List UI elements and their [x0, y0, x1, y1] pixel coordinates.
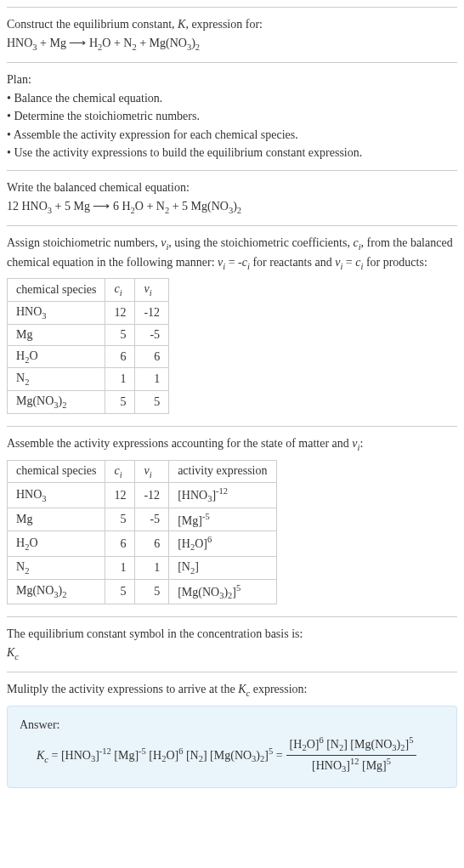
table-row: Mg(NO3)255 [8, 391, 169, 414]
answer-denominator: [HNO3]12 [Mg]5 [286, 756, 417, 776]
c-cell: 5 [105, 324, 135, 345]
c-cell: 1 [105, 556, 135, 579]
symbol-section: The equilibrium constant symbol in the c… [7, 616, 457, 672]
table-row: HNO312-12[HNO3]-12 [8, 483, 277, 508]
intro-prompt-text: Construct the equilibrium constant, K, e… [7, 18, 263, 31]
v-cell: 5 [135, 579, 169, 604]
expr-cell: [Mg]-5 [169, 508, 276, 531]
intro-prompt: Construct the equilibrium constant, K, e… [7, 16, 457, 33]
c-cell: 5 [105, 391, 135, 414]
symbol-line2: Kc [7, 644, 457, 663]
plan-bullet: • Determine the stoichiometric numbers. [7, 108, 457, 125]
balanced-heading: Write the balanced chemical equation: [7, 179, 457, 196]
v-cell: -5 [135, 508, 169, 531]
table-row: Mg5-5 [8, 324, 169, 345]
v-cell: 5 [135, 391, 169, 414]
intro-section: Construct the equilibrium constant, K, e… [7, 7, 457, 62]
table-header: activity expression [169, 460, 276, 483]
plan-bullet: • Balance the chemical equation. [7, 90, 457, 107]
table-header: ci [105, 460, 135, 483]
plan-section: Plan: • Balance the chemical equation. •… [7, 62, 457, 170]
table-header: νi [135, 460, 169, 483]
species-cell: HNO3 [8, 301, 105, 324]
species-cell: Mg(NO3)2 [8, 391, 105, 414]
symbol-line1: The equilibrium constant symbol in the c… [7, 626, 457, 643]
v-cell: 6 [135, 345, 169, 368]
table-header-row: chemical species ci νi [8, 279, 169, 302]
v-cell: -12 [135, 301, 169, 324]
c-cell: 12 [105, 483, 135, 508]
activity-heading: Assemble the activity expressions accoun… [7, 435, 457, 454]
text-fragment: for products: [363, 256, 427, 269]
c-cell: 6 [105, 531, 135, 556]
table-header: ci [105, 279, 135, 302]
v-cell: 6 [135, 531, 169, 556]
answer-label: Answer: [20, 717, 444, 734]
multiply-section: Mulitply the activity expressions to arr… [7, 672, 457, 794]
table-row: Mg5-5[Mg]-5 [8, 508, 277, 531]
species-cell: Mg [8, 324, 105, 345]
table-row: N211 [8, 368, 169, 391]
c-cell: 5 [105, 579, 135, 604]
c-cell: 5 [105, 508, 135, 531]
table-row: HNO312-12 [8, 301, 169, 324]
v-cell: -12 [135, 483, 169, 508]
stoich-table: chemical species ci νi HNO312-12 Mg5-5 H… [7, 278, 169, 414]
answer-box: Answer: Kc = [HNO3]-12 [Mg]-5 [H2O]6 [N2… [7, 706, 457, 788]
answer-fraction: [H2O]6 [N2] [Mg(NO3)2]5 [HNO3]12 [Mg]5 [286, 735, 417, 776]
v-cell: 1 [135, 368, 169, 391]
balanced-equation: 12 HNO3 + 5 Mg ⟶ 6 H2O + N2 + 5 Mg(NO3)2 [7, 198, 457, 217]
stoich-section: Assign stoichiometric numbers, νi, using… [7, 225, 457, 426]
c-cell: 12 [105, 301, 135, 324]
table-row: Mg(NO3)255[Mg(NO3)2]5 [8, 579, 277, 604]
table-row: H2O66 [8, 345, 169, 368]
text-fragment: Assign stoichiometric numbers, [7, 236, 161, 249]
table-header-row: chemical species ci νi activity expressi… [8, 460, 277, 483]
table-row: H2O66[H2O]6 [8, 531, 277, 556]
plan-bullet: • Use the activity expressions to build … [7, 145, 457, 162]
expr-cell: [N2] [169, 556, 276, 579]
plan-bullet: • Assemble the activity expression for e… [7, 127, 457, 144]
expr-cell: [H2O]6 [169, 531, 276, 556]
species-cell: H2O [8, 345, 105, 368]
species-cell: H2O [8, 531, 105, 556]
species-cell: HNO3 [8, 483, 105, 508]
v-cell: 1 [135, 556, 169, 579]
stoich-heading: Assign stoichiometric numbers, νi, using… [7, 235, 457, 273]
table-header: νi [135, 279, 169, 302]
text-fragment: , using the stoichiometric coefficients, [168, 236, 353, 249]
intro-equation: HNO3 + Mg ⟶ H2O + N2 + Mg(NO3)2 [7, 35, 457, 54]
species-cell: N2 [8, 556, 105, 579]
species-cell: Mg [8, 508, 105, 531]
expr-cell: [HNO3]-12 [169, 483, 276, 508]
table-row: N211[N2] [8, 556, 277, 579]
plan-heading: Plan: [7, 71, 457, 88]
c-cell: 1 [105, 368, 135, 391]
activity-section: Assemble the activity expressions accoun… [7, 426, 457, 616]
answer-numerator: [H2O]6 [N2] [Mg(NO3)2]5 [286, 735, 417, 756]
species-cell: Mg(NO3)2 [8, 579, 105, 604]
answer-left: Kc = [HNO3]-12 [Mg]-5 [H2O]6 [N2] [Mg(NO… [37, 746, 283, 766]
text-fragment: for reactants and [250, 256, 335, 269]
balanced-section: Write the balanced chemical equation: 12… [7, 170, 457, 225]
expr-cell: [Mg(NO3)2]5 [169, 579, 276, 604]
v-cell: -5 [135, 324, 169, 345]
c-cell: 6 [105, 345, 135, 368]
answer-expression: Kc = [HNO3]-12 [Mg]-5 [H2O]6 [N2] [Mg(NO… [37, 735, 444, 776]
species-cell: N2 [8, 368, 105, 391]
table-header: chemical species [8, 460, 105, 483]
multiply-heading: Mulitply the activity expressions to arr… [7, 681, 457, 700]
table-header: chemical species [8, 279, 105, 302]
activity-table: chemical species ci νi activity expressi… [7, 460, 277, 605]
